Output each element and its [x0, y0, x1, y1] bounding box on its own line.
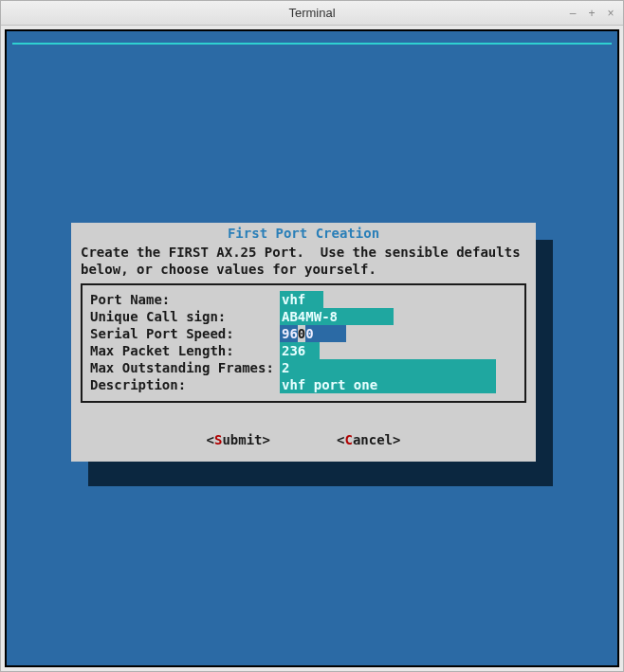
divider	[12, 43, 612, 45]
port-name-label: Port Name:	[90, 291, 280, 308]
serial-speed-label: Serial Port Speed:	[90, 325, 280, 342]
titlebar[interactable]: Terminal – + ×	[1, 1, 623, 26]
form-box: Port Name: vhf Unique Call sign: AB4MW-8…	[81, 283, 526, 403]
dialog-buttons: <Submit> <Cancel>	[81, 431, 526, 448]
minimize-button[interactable]: –	[564, 6, 581, 21]
callsign-field[interactable]: AB4MW-8	[280, 308, 394, 325]
submit-button[interactable]: <Submit>	[207, 431, 270, 448]
max-out-frames-field[interactable]: 2	[280, 359, 496, 376]
dialog-title: First Port Creation	[81, 225, 526, 242]
terminal-area: First Port Creation Create the FIRST AX.…	[5, 29, 619, 667]
port-creation-dialog: First Port Creation Create the FIRST AX.…	[71, 223, 536, 462]
dialog-description: Create the FIRST AX.25 Port. Use the sen…	[81, 244, 526, 278]
description-label: Description:	[90, 376, 280, 393]
callsign-label: Unique Call sign:	[90, 308, 280, 325]
window-controls: – + ×	[564, 1, 619, 26]
port-name-field[interactable]: vhf	[280, 291, 323, 308]
max-packet-len-field[interactable]: 236	[280, 342, 320, 359]
window-title: Terminal	[288, 6, 335, 20]
max-out-frames-label: Max Outstanding Frames:	[90, 359, 280, 376]
cancel-button[interactable]: <Cancel>	[337, 431, 400, 448]
maximize-button[interactable]: +	[583, 6, 600, 21]
serial-speed-field[interactable]: 9600	[280, 325, 346, 342]
max-packet-len-label: Max Packet Length:	[90, 342, 280, 359]
description-field[interactable]: vhf port one	[280, 376, 496, 393]
close-button[interactable]: ×	[602, 6, 619, 21]
terminal-window: Terminal – + × First Port Creation Creat…	[0, 0, 624, 672]
